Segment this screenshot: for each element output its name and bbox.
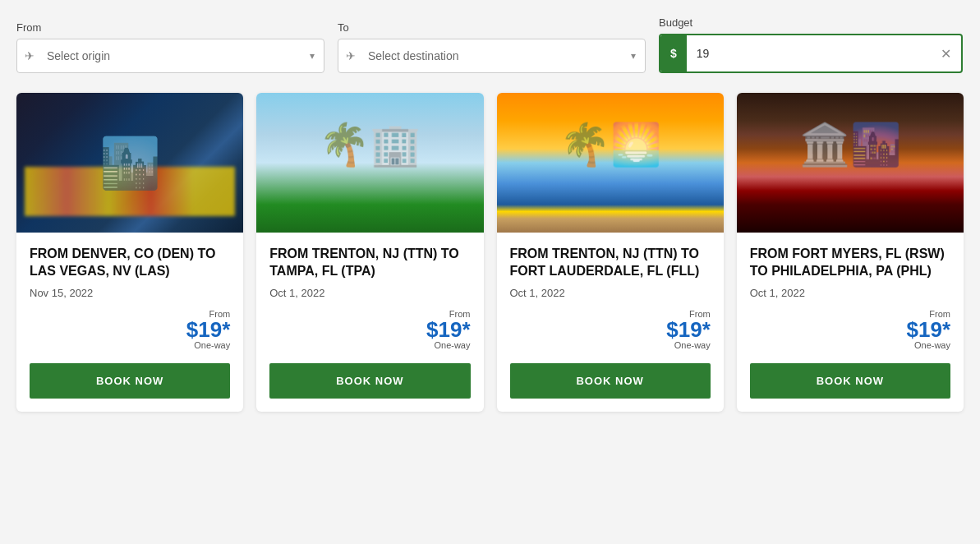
card-price-section-4: From $19* One-way (750, 309, 950, 350)
card-date-2: Oct 1, 2022 (269, 287, 470, 299)
book-now-button-1[interactable]: BOOK NOW (30, 363, 230, 399)
flight-card-1: FROM DENVER, CO (DEN) TO LAS VEGAS, NV (… (16, 93, 243, 412)
card-price-section-2: From $19* One-way (269, 309, 470, 350)
to-label: To (338, 21, 646, 34)
card-price-section-1: From $19* One-way (30, 309, 230, 350)
to-field-group: To ✈ Select destination ▾ (338, 21, 646, 73)
card-date-4: Oct 1, 2022 (750, 287, 950, 299)
card-image-2 (256, 93, 483, 233)
card-date-3: Oct 1, 2022 (510, 287, 711, 299)
card-price-type-2: One-way (269, 340, 470, 350)
to-select[interactable]: Select destination (338, 39, 646, 73)
card-body-3: FROM TRENTON, NJ (TTN) TO FORT LAUDERDAL… (497, 233, 724, 412)
plane-icon: ✈ (25, 49, 35, 62)
card-date-1: Nov 15, 2022 (30, 287, 230, 299)
card-title-4: FROM FORT MYERS, FL (RSW) TO PHILADELPHI… (750, 246, 950, 280)
budget-input[interactable] (687, 37, 931, 70)
to-select-wrapper: ✈ Select destination ▾ (338, 39, 646, 73)
budget-clear-button[interactable]: ✕ (931, 46, 961, 62)
card-body-2: FROM TRENTON, NJ (TTN) TO TAMPA, FL (TPA… (256, 233, 483, 412)
budget-field-group: Budget $ ✕ (659, 16, 963, 73)
book-now-button-4[interactable]: BOOK NOW (750, 363, 950, 399)
flight-card-2: FROM TRENTON, NJ (TTN) TO TAMPA, FL (TPA… (256, 93, 483, 412)
plane-icon-2: ✈ (346, 49, 356, 62)
flight-card-4: FROM FORT MYERS, FL (RSW) TO PHILADELPHI… (737, 93, 964, 412)
card-price-4: $19* (907, 317, 951, 342)
search-bar: From ✈ Select origin ▾ To ✈ Select desti… (16, 16, 964, 73)
book-now-button-3[interactable]: BOOK NOW (510, 363, 711, 399)
budget-wrapper: $ ✕ (659, 34, 963, 73)
card-body-1: FROM DENVER, CO (DEN) TO LAS VEGAS, NV (… (16, 233, 243, 412)
card-price-type-4: One-way (750, 340, 950, 350)
from-label: From (16, 21, 324, 34)
card-price-3: $19* (666, 317, 711, 342)
chevron-down-icon: ▾ (310, 50, 315, 62)
card-price-type-1: One-way (30, 340, 230, 350)
cards-grid: FROM DENVER, CO (DEN) TO LAS VEGAS, NV (… (16, 93, 964, 412)
card-image-3 (497, 93, 724, 233)
flight-card-3: FROM TRENTON, NJ (TTN) TO FORT LAUDERDAL… (497, 93, 724, 412)
card-image-1 (16, 93, 243, 233)
from-select-wrapper: ✈ Select origin ▾ (16, 39, 324, 73)
card-image-4 (737, 93, 964, 233)
from-field-group: From ✈ Select origin ▾ (16, 21, 324, 73)
card-price-1: $19* (186, 317, 231, 342)
chevron-down-icon-2: ▾ (631, 50, 636, 62)
card-price-section-3: From $19* One-way (510, 309, 711, 350)
card-title-1: FROM DENVER, CO (DEN) TO LAS VEGAS, NV (… (30, 246, 230, 280)
card-title-2: FROM TRENTON, NJ (TTN) TO TAMPA, FL (TPA… (269, 246, 470, 280)
book-now-button-2[interactable]: BOOK NOW (269, 363, 470, 399)
budget-label: Budget (659, 16, 963, 29)
from-select[interactable]: Select origin (16, 39, 324, 73)
card-price-2: $19* (426, 317, 471, 342)
budget-dollar-sign: $ (660, 35, 687, 71)
card-title-3: FROM TRENTON, NJ (TTN) TO FORT LAUDERDAL… (510, 246, 711, 280)
card-body-4: FROM FORT MYERS, FL (RSW) TO PHILADELPHI… (737, 233, 964, 412)
card-price-type-3: One-way (510, 340, 711, 350)
